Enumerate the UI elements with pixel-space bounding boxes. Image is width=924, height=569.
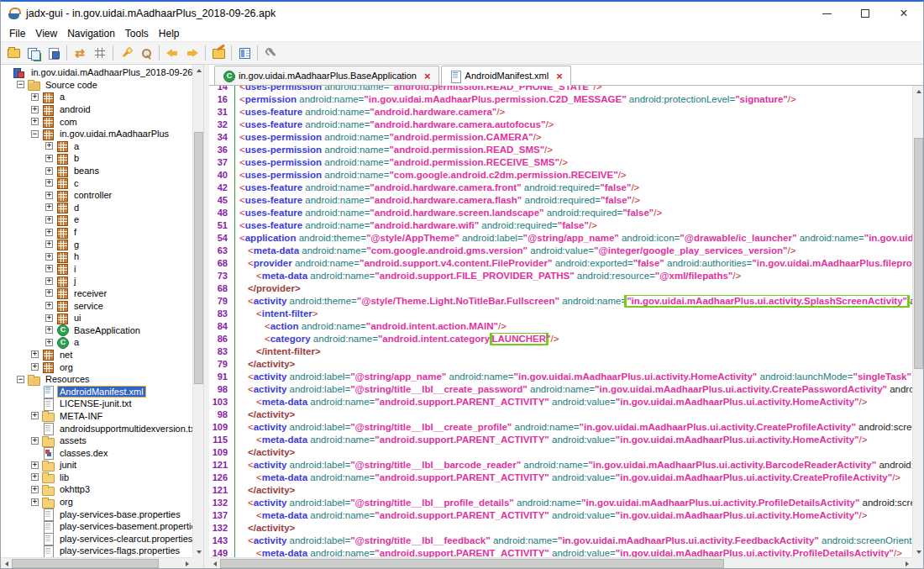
code-line[interactable]: 115<meta-data android:name="android.supp…	[209, 434, 912, 446]
export-button[interactable]	[44, 44, 64, 63]
scroll-right-arrow[interactable]	[181, 558, 192, 568]
tree-item-assets[interactable]: +assets	[1, 435, 192, 447]
tree-item-source-code[interactable]: −Source code	[1, 79, 192, 92]
tree-expander-expand-icon[interactable]: +	[45, 253, 53, 261]
code-line[interactable]: 63<meta-data android:name="com.google.an…	[209, 245, 912, 257]
tree-item-org[interactable]: +org	[1, 361, 192, 373]
save-all-button[interactable]	[24, 44, 44, 63]
back-button[interactable]	[162, 44, 182, 63]
code-line[interactable]: 132</activity>	[209, 522, 912, 535]
tree-item-in-gov-uidai-maadhaarplus-2018-09-26-apk[interactable]: in.gov.uidai.mAadhaarPlus_2018-09-26.apk	[1, 66, 192, 79]
settings-button[interactable]	[260, 44, 281, 63]
tree-expander-expand-icon[interactable]: +	[31, 363, 39, 371]
tree-expander-expand-icon[interactable]: +	[45, 302, 53, 309]
scroll-down-arrow[interactable]	[193, 546, 204, 557]
code-line[interactable]: 86<category android:name="android.intent…	[209, 333, 912, 345]
scrollbar-thumb[interactable]	[194, 132, 203, 384]
tree-expander-expand-icon[interactable]: +	[31, 498, 39, 506]
tree-item-android[interactable]: +android	[1, 103, 192, 116]
code-line[interactable]: 40<uses-permission android:name="com.goo…	[209, 169, 912, 182]
tree-expander-expand-icon[interactable]: +	[31, 106, 39, 113]
tree-horizontal-scrollbar[interactable]	[1, 557, 192, 568]
tree-item-meta-inf[interactable]: +META-INF	[1, 410, 192, 423]
sync-button[interactable]: ⇄	[70, 44, 90, 63]
code-line[interactable]: 126<meta-data android:name="android.supp…	[209, 472, 912, 484]
code-line[interactable]: 109</activity>	[209, 446, 912, 459]
code-line[interactable]: 83</intent-filter>	[209, 345, 912, 358]
code-line[interactable]: 14<uses-permission android:name="android…	[209, 86, 912, 93]
code-line[interactable]: 79</activity>	[209, 358, 912, 371]
scroll-left-arrow[interactable]	[209, 558, 220, 569]
code-viewport[interactable]: 14<uses-permission android:name="android…	[209, 86, 912, 557]
code-line[interactable]: 79<activity android:theme="@style/Theme.…	[209, 295, 912, 308]
tree-expander-expand-icon[interactable]: +	[45, 216, 53, 224]
tree-item-net[interactable]: +net	[1, 349, 192, 361]
tree-item-play-services-clearcut-properties[interactable]: play-services-clearcut.properties	[1, 533, 192, 545]
open-file-button[interactable]	[3, 44, 24, 63]
scrollbar-thumb[interactable]	[220, 559, 724, 568]
code-line[interactable]: 91<activity android:label="@string/app_n…	[209, 371, 912, 383]
tree-expander-expand-icon[interactable]: +	[31, 461, 39, 469]
tree-item-e[interactable]: +e	[1, 213, 192, 226]
tree-expander-collapse-icon[interactable]: −	[17, 376, 24, 383]
tree-expander-expand-icon[interactable]: +	[45, 155, 53, 162]
forward-button[interactable]	[182, 44, 202, 63]
tree-expander-expand-icon[interactable]: +	[45, 289, 53, 297]
scroll-up-arrow[interactable]	[193, 65, 204, 76]
tree-expander-expand-icon[interactable]: +	[31, 118, 39, 125]
tree-expander-collapse-icon[interactable]: −	[31, 130, 39, 138]
menu-item-tools[interactable]: Tools	[120, 26, 154, 41]
flat-packages-button[interactable]	[90, 44, 110, 63]
tree-expander-expand-icon[interactable]: +	[31, 486, 39, 493]
code-line[interactable]: 84<action android:name="android.intent.a…	[209, 320, 912, 333]
menu-item-file[interactable]: File	[4, 26, 30, 41]
code-line[interactable]: 45<uses-feature android:name="android.ha…	[209, 194, 912, 207]
code-line[interactable]: 37<uses-permission android:name="android…	[209, 156, 912, 169]
tree-expander-expand-icon[interactable]: +	[45, 277, 53, 285]
text-search-button[interactable]	[116, 44, 136, 63]
code-line[interactable]: 137<meta-data android:name="android.supp…	[209, 509, 912, 522]
code-line[interactable]: 48<uses-feature android:name="android.ha…	[209, 207, 912, 219]
tree-item-classes-dex[interactable]: classes.dex	[1, 446, 192, 459]
scroll-left-arrow[interactable]	[1, 558, 12, 568]
code-line[interactable]: 42<uses-feature android:name="android.ha…	[209, 182, 912, 194]
tree-item-controller[interactable]: +controller	[1, 189, 192, 202]
tree-item-j[interactable]: +j	[1, 275, 192, 287]
tree-expander-expand-icon[interactable]: +	[45, 203, 53, 211]
maximize-button[interactable]	[846, 2, 885, 25]
tree-item-license-junit-txt[interactable]: LICENSE-junit.txt	[1, 398, 192, 410]
tree-expander-expand-icon[interactable]: +	[31, 350, 39, 358]
tree-expander-expand-icon[interactable]: +	[45, 142, 53, 150]
code-line[interactable]: 31<uses-feature android:name="android.ha…	[209, 106, 912, 119]
code-line[interactable]: 132<activity android:label="@string/titl…	[209, 497, 912, 509]
close-button[interactable]: ×	[885, 2, 923, 25]
menu-item-view[interactable]: View	[30, 26, 62, 41]
tree-item-androidmanifest-xml[interactable]: AndroidManifest.xml	[1, 385, 192, 398]
tree-item-beans[interactable]: +beans	[1, 165, 192, 177]
menu-item-navigation[interactable]: Navigation	[62, 26, 120, 41]
tree-item-receiver[interactable]: +receiver	[1, 287, 192, 300]
tree-item-c[interactable]: +c	[1, 176, 192, 189]
code-line[interactable]: 83<intent-filter>	[209, 308, 912, 320]
tab-androidmanifest-xml[interactable]: AndroidManifest.xml×	[441, 66, 571, 86]
tab-close-icon[interactable]: ×	[556, 71, 563, 82]
tree-item-in-gov-uidai-maadhaarplus[interactable]: −in.gov.uidai.mAadhaarPlus	[1, 128, 192, 140]
scroll-right-arrow[interactable]	[901, 558, 912, 569]
code-line[interactable]: 16<permission android:name="in.gov.uidai…	[209, 93, 912, 106]
tree-item-org[interactable]: +org	[1, 496, 192, 508]
deobfuscation-button[interactable]	[208, 44, 228, 63]
code-line[interactable]: 149<meta-data android:name="android.supp…	[209, 547, 912, 557]
tree-item-g[interactable]: +g	[1, 238, 192, 250]
tree-expander-expand-icon[interactable]: +	[45, 339, 53, 346]
tree-item-d[interactable]: +d	[1, 202, 192, 214]
tree-item-b[interactable]: +b	[1, 152, 192, 165]
tree-expander-expand-icon[interactable]: +	[45, 240, 53, 248]
tree-item-junit[interactable]: +junit	[1, 459, 192, 472]
code-line[interactable]: 68<provider android:name="android.suppor…	[209, 257, 912, 270]
tree-item-play-services-base-properties[interactable]: play-services-base.properties	[1, 508, 192, 520]
tree-item-okhttp3[interactable]: +okhttp3	[1, 483, 192, 496]
code-line[interactable]: 54<application android:theme="@style/App…	[209, 232, 912, 245]
tree-item-lib[interactable]: +lib	[1, 472, 192, 484]
tree-expander-expand-icon[interactable]: +	[45, 326, 53, 334]
code-line[interactable]: 32<uses-feature android:name="android.ha…	[209, 119, 912, 131]
